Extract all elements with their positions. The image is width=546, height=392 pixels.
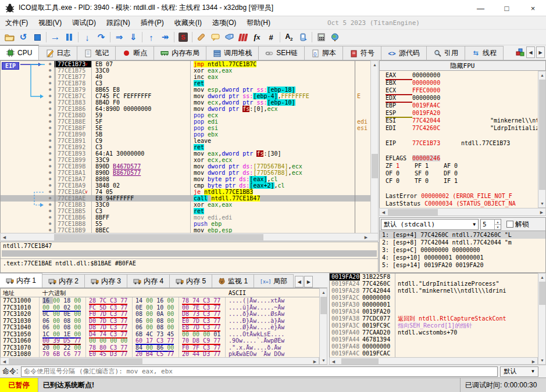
breakpoint-dot[interactable]: ● (46, 118, 54, 125)
hide-fpu-button[interactable]: 隐藏FPU (380, 61, 545, 71)
stack-row[interactable]: 0019FA4077CAAD20ntdll.wcstombs+70 (330, 329, 545, 336)
command-input[interactable] (21, 366, 498, 377)
tab-symbols[interactable]: 符号 (342, 46, 381, 60)
disasm-row[interactable]: ●77CE1B9364:A1 30000000mov eax,dword ptr… (1, 150, 378, 157)
disasm-row[interactable]: ●77CE1BAEE8 94FFFFFFcall ntdll.77CE1B47 (1, 195, 378, 202)
flag-zf[interactable]: ZF 1 (386, 162, 415, 170)
disasm-row[interactable]: ●77CE1B9B890D B467D577mov dword ptr ds:[… (1, 163, 378, 170)
register-row[interactable]: LastError00000002 (ERROR_FILE_NOT_F (380, 192, 537, 200)
breakpoint-dot[interactable]: ● (46, 202, 54, 208)
disasm-row[interactable]: ●77CE1BA1890D B867D577mov dword ptr ds:[… (1, 170, 378, 176)
dump-tab-6[interactable]: 监视 1 (212, 274, 254, 287)
tab-scroll-left-icon[interactable]: ◀ (526, 46, 535, 58)
argument-row[interactable]: 5: [esp+14] 0019FA20 0019FA20 (380, 261, 545, 269)
stack-row[interactable]: 0019FA2877C42044ntdll."minkernel\\ntdll\… (330, 287, 545, 294)
register-row[interactable]: LastStatusC0000034 (STATUS_OBJECT_NA (380, 200, 537, 207)
stack-row[interactable]: 0019FA3C0019FC9C指向SEH_Record[1]的指针 (330, 322, 545, 329)
dump-row[interactable]: 77C310501C 00 1E 00D4 74 C3 776B 4C 73 4… (1, 331, 327, 338)
restart-icon[interactable]: ↺ (16, 31, 30, 44)
register-row[interactable]: ESI77C42044"minkernel\\ntdll\ (380, 117, 537, 124)
dump-tab-5[interactable]: 内存 5 (169, 274, 212, 287)
tab-scroll-right-icon[interactable]: ▶ (536, 46, 545, 58)
stack-row[interactable]: 0019FA2C00000000 (330, 294, 545, 301)
calling-convention-select[interactable]: 默认 (stdcall)▼ (381, 219, 479, 230)
menu-item-插件P[interactable]: 插件(P) (135, 16, 169, 30)
dump-row[interactable]: 77C3103006 00 08 00D0 7D C3 7706 00 08 0… (1, 318, 327, 325)
breakpoint-dot[interactable]: ● (46, 157, 54, 163)
dump-tab-4[interactable]: 内存 4 (127, 274, 170, 287)
execute-till-return-icon[interactable]: ↑ (144, 31, 158, 44)
spin-up-icon[interactable]: ▲ (495, 219, 501, 224)
breakpoint-dot[interactable]: ● (46, 106, 54, 112)
trace-into-icon[interactable]: ⇒ (112, 31, 126, 44)
argument-count-spinner[interactable]: 5 ▲▼ (480, 219, 501, 230)
breakpoint-dot[interactable]: ● (46, 131, 54, 138)
disasm-row[interactable]: ●77CE1BB333C0xor eax,eax (1, 202, 378, 208)
disasm-row[interactable]: ●77CE1B9933C9xor ecx,ecx (1, 157, 378, 163)
dump-vscrollbar[interactable]: ▲▼ (319, 288, 327, 365)
disasm-row[interactable]: ●77CE1B8664:890D 00000000mov dword ptr f… (1, 106, 378, 112)
breakpoint-dot[interactable]: ● (46, 176, 54, 182)
dump-row[interactable]: 77C3101000 00 02 00FC 5D C3 770E 00 10 0… (1, 304, 327, 311)
disasm-row[interactable]: ●77CE1B91C9leave (1, 138, 378, 144)
register-row[interactable]: EBP0019FA4C (380, 102, 537, 109)
stack-row[interactable]: 0019FA2031B225F8 (330, 274, 545, 280)
disasm-row[interactable]: ●77CE1BB855push ebp (1, 221, 378, 227)
dump-row[interactable]: 77C3107020 00 22 0078 80 C3 7784 00 86 0… (1, 344, 327, 351)
dump-row[interactable]: 77C310200C 00 0E 00F0 7D C3 7708 00 0A 0… (1, 311, 327, 318)
tab-memory-map[interactable]: 内存布局 (154, 46, 206, 60)
breakpoint-dot[interactable]: ● (46, 195, 54, 202)
dump-tab-scroll-left-icon[interactable]: ◀ (295, 276, 304, 287)
breakpoint-dot[interactable]: ● (46, 93, 54, 99)
maximize-button[interactable]: □ (494, 0, 520, 16)
register-row[interactable]: EDI77C4260C"LdrpInitializePro (380, 124, 537, 132)
info-box[interactable]: ntdll.77CE1B47 .text:77CE1BAE ntdll.dll:… (0, 242, 379, 273)
stop-icon[interactable] (30, 31, 44, 44)
disasm-row[interactable]: ●77CE1BAC∨74 05je ntdll.77CE1BB3 (1, 189, 378, 195)
close-button[interactable]: × (520, 0, 546, 16)
dump-tab-1[interactable]: 内存 1 (0, 273, 42, 287)
menu-item-调试D[interactable]: 调试(D) (67, 16, 101, 30)
flag-sf[interactable]: SF 0 (415, 170, 444, 177)
tab-threads[interactable]: ⇆线程 (465, 46, 504, 60)
disasm-row[interactable]: ●77CE1B7533C0xor eax,eax (1, 67, 378, 74)
breakpoint-dot[interactable]: ● (46, 138, 54, 144)
flags-row[interactable]: CF 0TF 0IF 1 (380, 177, 537, 185)
dump-tab-7[interactable]: [x=]局部 (254, 274, 294, 287)
flag-if[interactable]: IF 1 (444, 177, 473, 185)
tab-log[interactable]: 日志 (38, 46, 77, 60)
breakpoint-dot[interactable]: ● (46, 125, 54, 131)
label-icon[interactable] (222, 31, 236, 44)
disasm-row[interactable]: ●77CE1B8E5Fpop ediedi (1, 118, 378, 125)
breakpoint-dot[interactable]: ● (46, 170, 54, 176)
disassembly-view[interactable]: ●77CE1B73∨EB 07jmp ntdll.77CE1B7C●77CE1B… (0, 60, 379, 241)
breakpoint-dot[interactable]: ● (46, 87, 54, 93)
registers-vscrollbar[interactable]: ▲▼ (538, 71, 546, 208)
tab-call-stack[interactable]: 调用堆栈 (206, 46, 259, 60)
register-row[interactable]: ESP0019FA20 (380, 109, 537, 117)
breakpoint-dot[interactable]: ● (46, 150, 54, 157)
register-row[interactable]: EIP77CE1B73ntdll.77CE1B73 (380, 139, 537, 147)
disasm-row[interactable]: ●77CE1B7CC745 FC FEFFFFFFmov dword ptr s… (1, 93, 378, 99)
arguments-panel[interactable]: 默认 (stdcall)▼ 5 ▲▼ 解锁 1: [esp+4] 77C4260… (379, 217, 546, 273)
dump-tab-scroll[interactable]: ◀▶ (295, 276, 313, 287)
minimize-button[interactable]: — (468, 0, 494, 16)
menu-item-跟踪N[interactable]: 跟踪(N) (101, 16, 135, 30)
breakpoint-dot[interactable]: ● (46, 214, 54, 221)
disasm-row[interactable]: ●77CE1B92C3ret (1, 144, 378, 150)
handles-icon[interactable] (516, 48, 525, 56)
breakpoint-dot[interactable]: ● (46, 80, 54, 87)
tab-cpu[interactable]: CPU (0, 45, 39, 60)
stack-row[interactable]: 0019FA4446781394 (330, 336, 545, 343)
register-row[interactable]: EAX00000000 (380, 71, 537, 79)
breakpoint-dot[interactable]: ● (46, 163, 54, 170)
disasm-row[interactable]: ●77CE1B73∨EB 07jmp ntdll.77CE1B7C (1, 61, 378, 67)
disasm-row[interactable]: ●77CE1B8D59pop ecx (1, 112, 378, 118)
hash-icon[interactable]: # (264, 31, 278, 44)
disasm-row[interactable]: ●77CE1B8F5Epop esiesi (1, 125, 378, 131)
register-row[interactable]: ECXFFEC0000 (380, 87, 537, 94)
disasm-row[interactable]: ●77CE1B78C3ret (1, 80, 378, 87)
flag-af[interactable]: AF 0 (444, 162, 473, 170)
register-gap[interactable] (380, 185, 537, 192)
info-selected-line[interactable] (2, 250, 377, 257)
